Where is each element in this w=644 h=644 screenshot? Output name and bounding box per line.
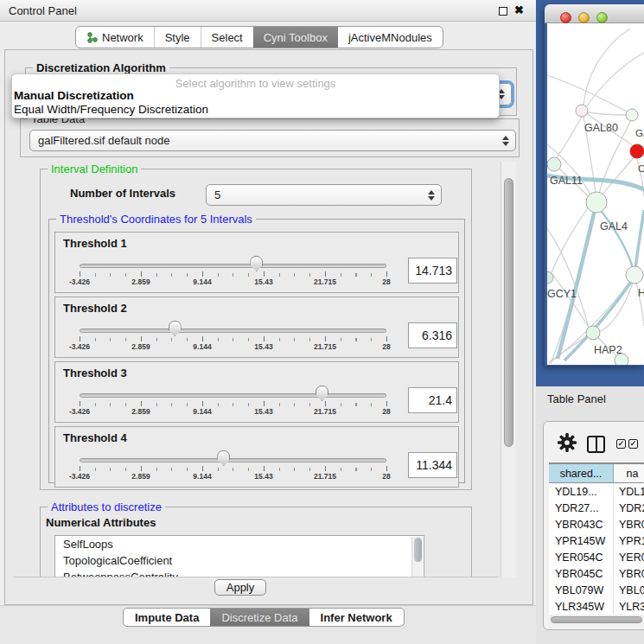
threshold-3-slider-track[interactable] — [80, 393, 386, 398]
zoom-traffic-light[interactable] — [596, 12, 608, 23]
threshold-2-value-field[interactable]: 6.316 — [408, 322, 457, 348]
table-row[interactable]: YDL19...YDL1 — [549, 483, 644, 500]
threshold-2-slider-thumb[interactable] — [169, 321, 182, 336]
tick-label: 15.43 — [254, 342, 272, 351]
node-hap2[interactable] — [586, 326, 600, 340]
tab-select[interactable]: Select — [201, 27, 253, 48]
cell-shared-name[interactable]: YDL19... — [549, 483, 614, 500]
tab-network[interactable]: Network — [76, 27, 154, 48]
close-icon[interactable]: ✖ — [514, 3, 524, 16]
tab-cyni-toolbox[interactable]: Cyni Toolbox — [253, 27, 338, 48]
checkbox-icon[interactable]: ✓ — [628, 439, 638, 449]
node-label: GCY1 — [547, 288, 577, 300]
threshold-4-value-field[interactable]: 11.344 — [408, 452, 457, 478]
node-label: H — [638, 287, 644, 299]
algorithm-popup: Select algorithm to view settings Manual… — [11, 73, 500, 118]
table-row[interactable]: YBR043CYBR0 — [549, 516, 644, 532]
tab-infer-network[interactable]: Infer Network — [309, 609, 404, 626]
network-icon — [86, 32, 98, 43]
tab-jactivemnodules[interactable]: jActiveMNodules — [338, 27, 443, 48]
settings-scroll-area: Interval Definition Number of Intervals … — [13, 162, 499, 577]
threshold-2-box: Threshold 2 -3.4262.8599.14415.4321.7152… — [54, 296, 459, 358]
network-window: GAL80 GA C GAL11 GAL4 GCY1 H HAP2 — [545, 4, 644, 366]
threshold-1-label: Threshold 1 — [63, 237, 127, 250]
node-label: GA — [635, 128, 644, 138]
node-gal11[interactable] — [547, 157, 561, 171]
table-row[interactable]: YLR345WYLR3 — [549, 598, 644, 615]
table-row[interactable]: YBR045CYBR0 — [549, 565, 644, 582]
column-header-shared-name[interactable]: shared... — [549, 464, 614, 482]
node-red-selected[interactable] — [630, 144, 644, 158]
node-gal80[interactable] — [576, 105, 588, 117]
cell-name[interactable]: YDL1 — [614, 483, 644, 500]
slider-ticks-major — [80, 271, 388, 277]
threshold-2-label: Threshold 2 — [63, 302, 127, 315]
slider-tick-labels: -3.4262.8599.14415.4321.71528 — [80, 342, 386, 352]
cell-shared-name[interactable]: YBR045C — [549, 565, 614, 582]
node-gcy1[interactable] — [547, 271, 553, 284]
cell-name[interactable]: YDR2 — [614, 500, 644, 516]
attributes-scrollbar[interactable] — [411, 537, 423, 577]
split-view-icon[interactable] — [587, 436, 605, 453]
attribute-list-item[interactable]: TopologicalCoefficient — [55, 552, 424, 569]
combo-arrows-icon — [428, 190, 435, 201]
cell-shared-name[interactable]: YER054C — [549, 549, 614, 565]
table-body: YDL19...YDL1YDR27...YDR2YBR043CYBR0YPR14… — [549, 483, 644, 615]
cell-name[interactable]: YBR0 — [614, 516, 644, 532]
network-canvas[interactable]: GAL80 GA C GAL11 GAL4 GCY1 H HAP2 — [547, 23, 644, 365]
scrollbar-thumb[interactable] — [551, 616, 642, 623]
column-header-name[interactable]: na — [614, 464, 644, 482]
tick-label: 2.859 — [131, 407, 150, 416]
apply-button[interactable]: Apply — [214, 579, 266, 596]
number-of-intervals-combobox[interactable]: 5 — [206, 184, 442, 206]
popup-option-manual[interactable]: Manual Discretization — [12, 89, 499, 103]
threshold-1-value-field[interactable]: 14.713 — [408, 258, 457, 284]
cell-shared-name[interactable]: YLR345W — [549, 598, 614, 615]
table-horizontal-scrollbar[interactable] — [549, 615, 644, 624]
threshold-4-slider-track[interactable] — [80, 458, 386, 462]
node-gal4[interactable] — [586, 192, 607, 213]
cell-name[interactable]: YBR0 — [614, 565, 644, 582]
threshold-3-value-field[interactable]: 21.4 — [408, 387, 457, 413]
cell-shared-name[interactable]: YDR27... — [549, 500, 614, 516]
cell-name[interactable]: YER0 — [614, 549, 644, 565]
gear-icon[interactable] — [558, 433, 577, 456]
cell-shared-name[interactable]: YPR145W — [549, 532, 614, 549]
panel-scrollbar[interactable] — [501, 162, 516, 577]
tab-impute-data[interactable]: Impute Data — [124, 609, 210, 626]
threshold-4-slider-thumb[interactable] — [217, 450, 230, 466]
number-of-intervals-value: 5 — [214, 188, 220, 201]
attribute-list-item[interactable]: BetweennessCentrality — [55, 569, 424, 577]
node-h[interactable] — [626, 266, 643, 284]
cyni-toolbox-panel: Discretization Algorithm Table Data galF… — [4, 49, 533, 605]
threshold-1-slider-track[interactable] — [80, 264, 386, 268]
checkbox-icon[interactable]: ✓ — [616, 439, 626, 449]
screen: Control Panel ✖ Network Style Select — [0, 0, 644, 644]
float-window-icon[interactable] — [499, 7, 507, 16]
popup-option-equal-width[interactable]: Equal Width/Frequency Discretization — [12, 103, 499, 117]
table-row[interactable]: YPR145WYPR1 — [549, 532, 644, 549]
node-top-right[interactable] — [626, 109, 638, 121]
table-row[interactable]: YER054CYER0 — [549, 549, 644, 565]
table-row[interactable]: YDR27...YDR2 — [549, 500, 644, 516]
cell-name[interactable]: YBL0 — [614, 582, 644, 598]
cell-shared-name[interactable]: YBL079W — [549, 582, 614, 598]
numerical-attributes-list[interactable]: SelfLoopsTopologicalCoefficientBetweenne… — [54, 535, 424, 577]
close-traffic-light[interactable] — [560, 12, 571, 23]
tab-discretize-data[interactable]: Discretize Data — [210, 609, 309, 626]
scrollbar-thumb[interactable] — [504, 178, 513, 447]
cell-name[interactable]: YPR1 — [614, 532, 644, 549]
tab-style[interactable]: Style — [154, 27, 201, 48]
threshold-2-slider-track[interactable] — [80, 328, 386, 333]
attribute-list-item[interactable]: SelfLoops — [55, 536, 424, 552]
table-data-combobox[interactable]: galFiltered.sif default node — [29, 130, 516, 151]
table-row[interactable]: YBL079WYBL0 — [549, 582, 644, 598]
tick-label: -3.426 — [69, 277, 90, 286]
tick-label: 2.859 — [131, 342, 150, 351]
threshold-1-slider-thumb[interactable] — [250, 256, 263, 271]
cell-shared-name[interactable]: YBR043C — [549, 516, 614, 532]
minimize-traffic-light[interactable] — [578, 12, 590, 23]
threshold-3-slider-thumb[interactable] — [316, 386, 328, 401]
cell-name[interactable]: YLR3 — [614, 598, 644, 615]
scrollbar-thumb[interactable] — [414, 538, 422, 562]
